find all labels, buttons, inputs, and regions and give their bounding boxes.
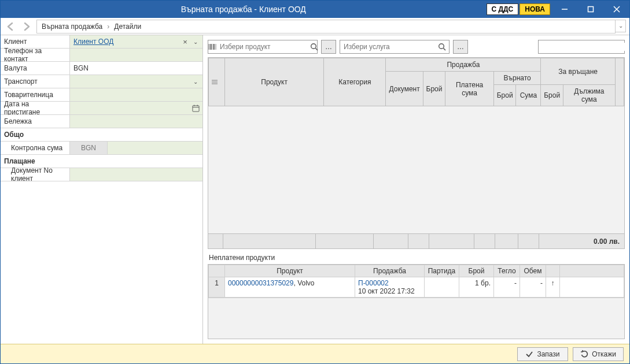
row-transport: Транспорт ⌄ bbox=[1, 75, 202, 88]
search-icon[interactable] bbox=[435, 40, 449, 53]
col-action bbox=[546, 265, 560, 277]
search-icon[interactable] bbox=[310, 40, 318, 53]
breadcrumb-dropdown-button[interactable]: ⌄ bbox=[616, 20, 626, 32]
col-rownum bbox=[209, 265, 225, 277]
product-search[interactable] bbox=[208, 40, 318, 54]
col-spacer bbox=[615, 58, 624, 106]
col-ret-qty[interactable]: Брой bbox=[493, 85, 516, 106]
breadcrumb-sep-icon: › bbox=[104, 23, 113, 31]
action-bar: Запази Откажи bbox=[1, 344, 629, 363]
clear-icon[interactable]: × bbox=[180, 37, 190, 46]
cell-volume[interactable]: - bbox=[520, 277, 546, 298]
label-waybill: Товарителница bbox=[1, 88, 70, 101]
returns-grid: Продукт Категория Продажба За връщане До… bbox=[208, 57, 625, 249]
col-ret-sum[interactable]: Сума bbox=[516, 85, 541, 106]
product-search-input[interactable] bbox=[216, 43, 310, 51]
cell-sale[interactable]: П-000002 10 окт 2022 17:32 bbox=[355, 277, 425, 298]
label-control-sum: Контролна сума bbox=[1, 142, 70, 154]
row-control-sum: Контролна сума BGN bbox=[1, 142, 202, 155]
col-weight[interactable]: Тегло bbox=[494, 265, 520, 277]
nav-bar: Върната продажба › Детайли ⌄ bbox=[1, 18, 629, 35]
service-search[interactable] bbox=[340, 40, 450, 54]
cell-move-up[interactable]: ↑ bbox=[546, 277, 560, 298]
cell-product[interactable]: 00000000031375029, Volvo bbox=[225, 277, 355, 298]
free-search[interactable] bbox=[538, 40, 625, 54]
field-waybill[interactable] bbox=[70, 88, 202, 101]
col-due-amount[interactable]: Дължима сума bbox=[563, 85, 615, 106]
field-control-sum[interactable] bbox=[108, 142, 202, 154]
calendar-icon[interactable] bbox=[191, 103, 200, 113]
field-arrival-date[interactable] bbox=[70, 102, 202, 114]
free-search-input[interactable] bbox=[539, 43, 629, 51]
right-panel: … … bbox=[203, 35, 629, 344]
close-button[interactable] bbox=[603, 1, 629, 18]
nav-forward-button[interactable] bbox=[20, 20, 33, 33]
col-qty[interactable]: Брой bbox=[459, 265, 494, 277]
nav-back-button[interactable] bbox=[4, 20, 17, 33]
badge-new: НОВА bbox=[520, 3, 550, 15]
breadcrumb-item-root[interactable]: Върната продажба bbox=[42, 23, 102, 31]
field-note[interactable] bbox=[70, 115, 202, 128]
field-currency: BGN bbox=[70, 62, 202, 75]
field-phone[interactable] bbox=[70, 49, 202, 61]
svg-point-14 bbox=[311, 44, 316, 49]
service-search-input[interactable] bbox=[340, 43, 435, 51]
unpaid-products-heading: Неплатени продукти bbox=[203, 249, 629, 264]
window-title: Върната продажба - Клиент ООД bbox=[1, 5, 487, 14]
breadcrumb[interactable]: Върната продажба › Детайли bbox=[36, 20, 616, 34]
row-note: Бележка bbox=[1, 115, 202, 128]
col-to-ret-qty[interactable]: Брой bbox=[541, 85, 563, 106]
badge-vat: С ДДС bbox=[487, 3, 519, 15]
row-phone: Телефон за контакт bbox=[1, 49, 202, 62]
col-volume[interactable]: Обем bbox=[520, 265, 546, 277]
client-link[interactable]: Клиент ООД bbox=[73, 38, 113, 46]
unpaid-grid-body[interactable] bbox=[208, 298, 624, 339]
title-badges: С ДДС НОВА bbox=[487, 3, 551, 15]
label-phone: Телефон за контакт bbox=[1, 49, 70, 61]
save-button[interactable]: Запази bbox=[517, 347, 568, 361]
product-code-link[interactable]: 00000000031375029 bbox=[228, 279, 293, 287]
row-arrival-date: Дата на пристигане bbox=[1, 102, 202, 115]
left-form-panel: Клиент Клиент ООД × ⌄ Телефон за контакт… bbox=[1, 35, 203, 344]
main-content: Клиент Клиент ООД × ⌄ Телефон за контакт… bbox=[1, 35, 629, 344]
service-more-button[interactable]: … bbox=[453, 40, 468, 54]
cell-qty[interactable]: 1 бр. bbox=[459, 277, 494, 298]
col-product[interactable]: Продукт bbox=[224, 58, 323, 106]
title-bar: Върната продажба - Клиент ООД С ДДС НОВА bbox=[1, 1, 629, 18]
section-header-total: Общо bbox=[1, 128, 202, 142]
col-filler bbox=[560, 265, 624, 277]
col-sale[interactable]: Продажба bbox=[355, 265, 425, 277]
arrow-up-icon[interactable]: ↑ bbox=[551, 279, 555, 287]
field-client[interactable]: Клиент ООД × ⌄ bbox=[70, 35, 202, 48]
col-lot[interactable]: Партида bbox=[425, 265, 459, 277]
col-selector[interactable] bbox=[209, 58, 225, 106]
table-row[interactable]: 1 00000000031375029, Volvo П-000002 10 о… bbox=[209, 277, 624, 298]
col-category[interactable]: Категория bbox=[324, 58, 386, 106]
field-doc-no[interactable] bbox=[70, 168, 202, 181]
returns-grid-body[interactable] bbox=[208, 106, 624, 233]
control-sum-currency: BGN bbox=[70, 142, 108, 154]
col-qty[interactable]: Брой bbox=[423, 72, 445, 106]
cell-weight[interactable]: - bbox=[494, 277, 520, 298]
col-product[interactable]: Продукт bbox=[225, 265, 355, 277]
col-document[interactable]: Документ bbox=[386, 72, 423, 106]
label-transport: Транспорт bbox=[1, 75, 70, 88]
col-paid-amount[interactable]: Платена сума bbox=[445, 72, 494, 106]
cell-rownum: 1 bbox=[209, 277, 225, 298]
product-more-button[interactable]: … bbox=[321, 40, 336, 54]
minimize-button[interactable] bbox=[551, 1, 577, 18]
breadcrumb-item-detail[interactable]: Детайли bbox=[114, 23, 141, 31]
chevron-down-icon[interactable]: ⌄ bbox=[191, 77, 200, 86]
cancel-button[interactable]: Откажи bbox=[573, 347, 624, 361]
sale-doc-link[interactable]: П-000002 bbox=[358, 279, 389, 287]
cell-lot[interactable] bbox=[425, 277, 459, 298]
search-row: … … bbox=[203, 35, 629, 57]
chevron-down-icon[interactable]: ⌄ bbox=[191, 37, 200, 46]
maximize-button[interactable] bbox=[577, 1, 603, 18]
row-currency: Валута BGN bbox=[1, 62, 202, 75]
cell-filler bbox=[560, 277, 624, 298]
label-doc-no: Документ No клиент bbox=[1, 168, 70, 181]
svg-rect-1 bbox=[588, 7, 593, 12]
field-transport[interactable]: ⌄ bbox=[70, 75, 202, 88]
svg-point-16 bbox=[439, 44, 444, 49]
